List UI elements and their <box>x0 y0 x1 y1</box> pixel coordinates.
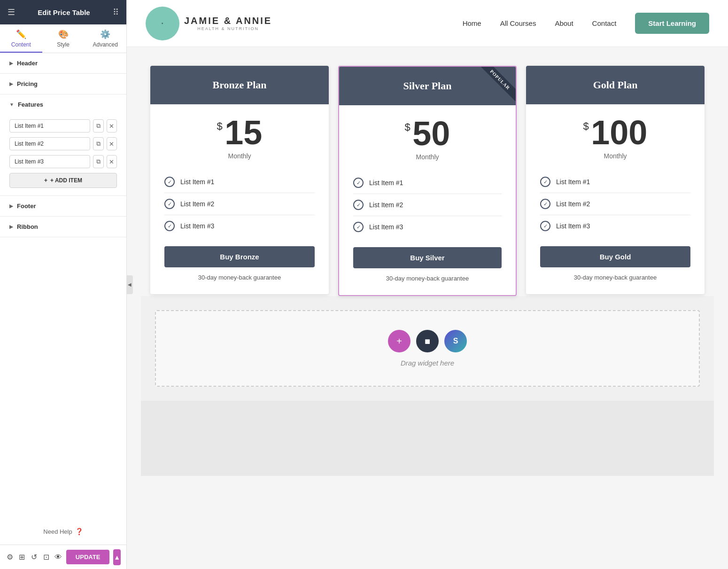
history-icon-btn[interactable]: ↺ <box>30 549 39 565</box>
list-item-row-1: ⧉ ✕ <box>9 119 117 133</box>
ribbon-arrow: ▶ <box>9 224 13 229</box>
card-header-gold: Gold Plan <box>526 66 705 104</box>
bronze-dollar: $ <box>217 120 223 133</box>
section-pricing-toggle[interactable]: ▶ Pricing <box>0 74 126 94</box>
list-item: ✓ List Item #1 <box>164 171 315 193</box>
update-button[interactable]: UPDATE <box>66 550 109 564</box>
list-item-input-2[interactable] <box>9 137 90 150</box>
section-ribbon-toggle[interactable]: ▶ Ribbon <box>0 217 126 237</box>
list-item: ✓ List Item #3 <box>164 215 315 237</box>
gold-price-amount: 100 <box>591 114 647 151</box>
section-header-label: Header <box>17 60 38 67</box>
grid-icon[interactable]: ⠿ <box>113 7 119 17</box>
eye-icon-btn[interactable]: 👁 <box>54 549 62 565</box>
check-icon: ✓ <box>353 200 364 210</box>
sidebar-bottom: Need Help ❓ ⚙ ⊞ ↺ ⊡ 👁 UPDATE ▲ <box>0 518 126 569</box>
nav-links: Home All Courses About Contact <box>463 19 617 27</box>
gold-feature-1: List Item #1 <box>556 178 590 186</box>
bronze-price-display: $ 15 <box>164 116 315 149</box>
list-item-input-3[interactable] <box>9 155 90 168</box>
section-footer: ▶ Footer <box>0 196 126 217</box>
collapse-handle[interactable]: ◀ <box>126 275 133 294</box>
list-item-delete-3[interactable]: ✕ <box>107 155 117 168</box>
nav-link-contact[interactable]: Contact <box>592 19 617 27</box>
content-icon: ✏️ <box>16 29 26 39</box>
bronze-guarantee: 30-day money-back guarantee <box>164 274 315 281</box>
pricing-card-silver: Silver Plan POPULAR $ 50 Monthly ✓ List … <box>338 66 517 296</box>
square-widget-icon[interactable]: ■ <box>416 330 439 352</box>
tab-style-label: Style <box>57 41 70 48</box>
nav-link-courses[interactable]: All Courses <box>500 19 536 27</box>
section-pricing: ▶ Pricing <box>0 74 126 94</box>
check-icon: ✓ <box>540 199 550 209</box>
features-content: ⧉ ✕ ⧉ ✕ ⧉ ✕ + + ADD ITEM <box>0 115 126 195</box>
check-icon: ✓ <box>353 178 364 188</box>
drop-area[interactable]: + ■ S Drag widget here <box>155 310 700 387</box>
features-arrow: ▼ <box>9 102 14 107</box>
section-pricing-label: Pricing <box>17 80 38 87</box>
silver-guarantee: 30-day money-back guarantee <box>353 275 502 282</box>
nav-link-about[interactable]: About <box>555 19 573 27</box>
widget-icon-btn[interactable]: ⊡ <box>42 549 50 565</box>
section-footer-label: Footer <box>17 203 36 210</box>
bronze-period: Monthly <box>164 152 315 160</box>
bronze-feature-list: ✓ List Item #1 ✓ List Item #2 ✓ List Ite… <box>164 171 315 237</box>
settings-icon-btn[interactable]: ⚙ <box>6 549 14 565</box>
section-features-label: Features <box>18 101 43 108</box>
s-widget-icon[interactable]: S <box>444 330 467 352</box>
add-item-button[interactable]: + + ADD ITEM <box>9 173 117 188</box>
silver-feature-1: List Item #1 <box>369 179 403 187</box>
buy-gold-button[interactable]: Buy Gold <box>540 246 690 267</box>
tab-content-label: Content <box>11 41 31 48</box>
section-footer-toggle[interactable]: ▶ Footer <box>0 196 126 216</box>
check-icon: ✓ <box>164 199 175 209</box>
section-ribbon-label: Ribbon <box>17 223 38 230</box>
pricing-arrow: ▶ <box>9 81 13 86</box>
nav-bar: ✦ JAMIE & ANNIE HEALTH & NUTRITION Home … <box>127 0 728 47</box>
nav-link-home[interactable]: Home <box>463 19 481 27</box>
tab-style[interactable]: 🎨 Style <box>42 24 85 53</box>
section-header: ▶ Header <box>0 53 126 74</box>
section-ribbon: ▶ Ribbon <box>0 217 126 237</box>
list-item: ✓ List Item #2 <box>164 193 315 215</box>
pricing-cards: Bronze Plan $ 15 Monthly ✓ List Item #1 <box>141 66 714 296</box>
gold-plan-title: Gold Plan <box>593 79 638 91</box>
sidebar: ☰ Edit Price Table ⠿ ✏️ Content 🎨 Style … <box>0 0 127 569</box>
list-item-input-1[interactable] <box>9 119 90 133</box>
bronze-feature-1: List Item #1 <box>180 178 214 186</box>
gold-period: Monthly <box>540 152 690 160</box>
tab-advanced[interactable]: ⚙️ Advanced <box>84 24 126 53</box>
silver-price-display: $ 50 <box>353 117 502 150</box>
chevron-up-button[interactable]: ▲ <box>113 549 121 565</box>
start-learning-button[interactable]: Start Learning <box>635 13 709 34</box>
list-item-delete-2[interactable]: ✕ <box>107 137 117 150</box>
need-help[interactable]: Need Help ❓ <box>0 518 126 545</box>
layers-icon-btn[interactable]: ⊞ <box>18 549 26 565</box>
list-item-copy-1[interactable]: ⧉ <box>93 119 104 133</box>
buy-silver-button[interactable]: Buy Silver <box>353 247 502 268</box>
sidebar-topbar: ☰ Edit Price Table ⠿ <box>0 0 126 24</box>
section-header-toggle[interactable]: ▶ Header <box>0 53 126 73</box>
hamburger-icon[interactable]: ☰ <box>8 7 15 17</box>
gold-feature-list: ✓ List Item #1 ✓ List Item #2 ✓ List Ite… <box>540 171 690 237</box>
silver-plan-title: Silver Plan <box>403 80 452 92</box>
gold-dollar: $ <box>583 120 589 133</box>
bronze-plan-title: Bronze Plan <box>212 79 266 91</box>
nav-logo: ✦ JAMIE & ANNIE HEALTH & NUTRITION <box>146 7 272 40</box>
card-header-silver: Silver Plan POPULAR <box>339 67 516 105</box>
list-item-delete-1[interactable]: ✕ <box>107 119 117 133</box>
check-icon: ✓ <box>540 221 550 231</box>
sidebar-title: Edit Price Table <box>15 8 113 16</box>
sidebar-footer: ⚙ ⊞ ↺ ⊡ 👁 UPDATE ▲ <box>0 545 126 569</box>
card-body-bronze: $ 15 Monthly ✓ List Item #1 ✓ List Item … <box>150 104 329 294</box>
bronze-price-amount: 15 <box>225 114 262 151</box>
main-content: ✦ JAMIE & ANNIE HEALTH & NUTRITION Home … <box>127 0 728 569</box>
list-item-copy-2[interactable]: ⧉ <box>93 137 104 150</box>
tab-content[interactable]: ✏️ Content <box>0 24 42 53</box>
logo-circle: ✦ <box>146 7 179 40</box>
add-widget-icon[interactable]: + <box>388 330 410 352</box>
buy-bronze-button[interactable]: Buy Bronze <box>164 246 315 267</box>
list-item-copy-3[interactable]: ⧉ <box>93 155 104 168</box>
list-item: ✓ List Item #2 <box>353 194 502 216</box>
section-features-toggle[interactable]: ▼ Features <box>0 94 126 115</box>
